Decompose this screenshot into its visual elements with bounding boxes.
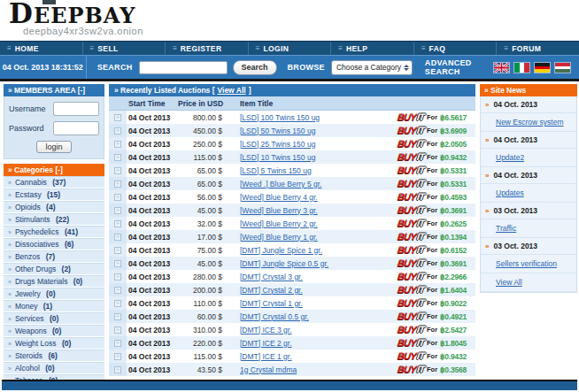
buy-it-button[interactable]: BUYIT: [397, 338, 424, 348]
auction-item-link[interactable]: 1g Crystal mdma: [240, 365, 297, 374]
auction-item-link[interactable]: [DMT] Jungle Spice 0.5 gr.: [240, 259, 328, 268]
auction-item-link[interactable]: [Weed] Blue Berry 3 gr.: [240, 206, 318, 215]
buy-it-button[interactable]: BUYIT: [397, 351, 424, 361]
auction-item-link[interactable]: [DMT] ICE 3 gr.: [240, 326, 292, 334]
sidebar-item-weapons[interactable]: »Weapons (0): [4, 325, 104, 337]
expand-icon[interactable]: +: [114, 247, 121, 254]
auction-item-link[interactable]: [Weed] Blue Berry 1 gr.: [240, 233, 318, 242]
flag-hungary-icon[interactable]: [555, 63, 570, 73]
buy-it-button[interactable]: BUYIT: [397, 365, 424, 374]
nav-item-forum[interactable]: ≡FORUM: [497, 42, 579, 55]
expand-icon[interactable]: +: [114, 154, 121, 161]
expand-icon[interactable]: +: [114, 260, 121, 267]
sidebar-item-ecstasy[interactable]: »Ecstasy (15): [4, 188, 104, 201]
nav-item-help[interactable]: ≡HELP: [331, 42, 414, 55]
sidebar-item-weight-loss[interactable]: »Weight Loss (0): [4, 337, 104, 350]
auction-item-link[interactable]: [DMT] Crystal 0.5 gr.: [240, 312, 309, 321]
flag-germany-icon[interactable]: [535, 63, 550, 73]
flag-italy-icon[interactable]: [514, 63, 529, 73]
buy-it-button[interactable]: BUYIT: [397, 112, 424, 122]
sidebar-item-psychedelics[interactable]: »Psychedelics (41): [4, 226, 104, 238]
auction-item-link[interactable]: [Weed] Blue Berry 4 gr.: [240, 193, 318, 202]
news-view-all-link[interactable]: View All: [496, 278, 522, 287]
expand-icon[interactable]: +: [114, 234, 121, 241]
expand-icon[interactable]: +: [114, 300, 121, 307]
auction-item-link[interactable]: [LSD] 10 Twins 150 ug: [240, 153, 315, 162]
nav-item-home[interactable]: ≡HOME: [0, 42, 83, 55]
search-button[interactable]: Search: [233, 60, 277, 75]
expand-icon[interactable]: +: [114, 220, 121, 227]
expand-icon[interactable]: +: [114, 340, 121, 347]
expand-icon[interactable]: +: [114, 181, 121, 188]
buy-it-button[interactable]: BUYIT: [397, 311, 424, 321]
login-button[interactable]: login: [36, 141, 71, 153]
sidebar-item-opioids[interactable]: »Opioids (4): [4, 201, 104, 213]
news-link-sellers-verification[interactable]: Sellers verification: [496, 259, 557, 268]
sidebar-item-jewelry[interactable]: »Jewelry (0): [4, 288, 104, 300]
buy-it-button[interactable]: BUYIT: [397, 179, 424, 188]
expand-icon[interactable]: +: [114, 141, 121, 148]
nav-item-login[interactable]: ≡LOGIN: [249, 42, 332, 55]
auction-item-link[interactable]: [Weed] Blue Berry 2 gr.: [240, 219, 318, 228]
expand-icon[interactable]: +: [114, 287, 121, 294]
buy-it-button[interactable]: BUYIT: [397, 232, 424, 242]
expand-icon[interactable]: +: [114, 273, 121, 281]
buy-it-button[interactable]: BUYIT: [397, 165, 424, 175]
category-select[interactable]: Choose a Category: [331, 60, 413, 75]
sidebar-item-money[interactable]: »Money (1): [4, 300, 104, 312]
sidebar-item-services[interactable]: »Services (0): [4, 312, 104, 325]
expand-icon[interactable]: +: [114, 353, 121, 360]
auction-item-link[interactable]: [DMT] ICE 2 gr.: [240, 339, 292, 348]
news-link-updates[interactable]: Updates: [496, 188, 524, 197]
buy-it-button[interactable]: BUYIT: [397, 152, 424, 162]
news-link-update2[interactable]: Update2: [496, 153, 524, 162]
auction-item-link[interactable]: [LSD] 100 Twins 150 ug: [240, 113, 320, 122]
expand-icon[interactable]: +: [114, 366, 121, 373]
buy-it-button[interactable]: BUYIT: [397, 219, 424, 228]
news-link-new-escrow-system[interactable]: New Escrow system: [496, 118, 564, 127]
sidebar-item-steroids[interactable]: »Steroids (6): [4, 350, 104, 362]
auctions-view-all-link[interactable]: View All: [218, 86, 246, 95]
flag-uk-icon[interactable]: [494, 63, 509, 73]
advanced-search-link[interactable]: ADVANCED SEARCH: [425, 58, 494, 76]
search-input[interactable]: [139, 61, 228, 74]
expand-icon[interactable]: +: [114, 114, 121, 121]
nav-item-sell[interactable]: ≡SELL: [83, 42, 166, 55]
auction-item-link[interactable]: [LSD] 50 Twins 150 ug: [240, 127, 315, 135]
nav-item-register[interactable]: ≡REGISTER: [166, 42, 249, 55]
expand-icon[interactable]: +: [114, 167, 121, 174]
expand-icon[interactable]: +: [114, 207, 121, 214]
buy-it-button[interactable]: BUYIT: [397, 205, 424, 215]
buy-it-button[interactable]: BUYIT: [397, 298, 424, 308]
buy-it-button[interactable]: BUYIT: [397, 325, 424, 334]
auction-item-link[interactable]: [DMT] ICE 1 gr.: [240, 352, 292, 361]
auction-item-link[interactable]: [DMT] Jungle Spice 1 gr.: [240, 246, 322, 255]
auction-item-link[interactable]: [DMT] Crystal 3 gr.: [240, 273, 303, 281]
expand-icon[interactable]: +: [114, 127, 121, 135]
news-link-traffic[interactable]: Traffic: [496, 224, 516, 233]
buy-it-button[interactable]: BUYIT: [397, 139, 424, 149]
auction-item-link[interactable]: [DMT] Crystal 1 gr.: [240, 299, 303, 308]
auction-item-link[interactable]: [Weed .] Blue Berry 5 gr.: [240, 180, 321, 188]
sidebar-item-other-drugs[interactable]: »Other Drugs (2): [4, 263, 104, 275]
buy-it-button[interactable]: BUYIT: [397, 192, 424, 202]
sidebar-item-drugs-materials[interactable]: »Drugs Materials (0): [4, 275, 104, 288]
buy-it-button[interactable]: BUYIT: [397, 285, 424, 295]
buy-it-button[interactable]: BUYIT: [397, 272, 424, 281]
expand-icon[interactable]: +: [114, 194, 121, 201]
nav-item-faq[interactable]: ≡FAQ: [414, 42, 498, 55]
sidebar-item-cannabis[interactable]: »Cannabis (37): [4, 176, 104, 188]
buy-it-button[interactable]: BUYIT: [397, 245, 424, 255]
sidebar-item-benzos[interactable]: »Benzos (7): [4, 250, 104, 263]
sidebar-item-dissociatives[interactable]: »Dissociatives (6): [4, 238, 104, 250]
password-field[interactable]: [53, 121, 99, 135]
auction-item-link[interactable]: [DMT] Crystal 2 gr.: [240, 286, 303, 295]
expand-icon[interactable]: +: [114, 327, 121, 334]
auction-item-link[interactable]: [LSD] 25 Twins 150 ug: [240, 140, 315, 149]
buy-it-button[interactable]: BUYIT: [397, 258, 424, 268]
username-field[interactable]: [53, 102, 99, 116]
buy-it-button[interactable]: BUYIT: [397, 126, 424, 135]
sidebar-item-stimulants[interactable]: »Stimulants (22): [4, 213, 104, 226]
sidebar-item-alcohol[interactable]: »Alcohol (0): [4, 362, 104, 374]
auction-item-link[interactable]: [LSD] 5 Twins 150 ug: [240, 166, 312, 175]
